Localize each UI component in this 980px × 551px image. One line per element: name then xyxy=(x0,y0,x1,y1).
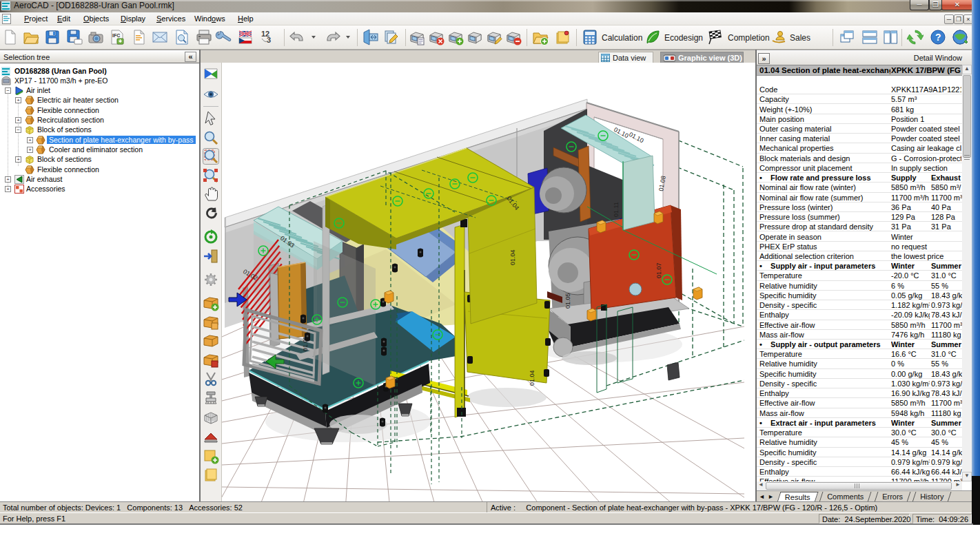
svg-text:01.05: 01.05 xyxy=(564,293,571,309)
svg-text:IFC: IFC xyxy=(112,33,120,38)
svg-text:?: ? xyxy=(935,32,941,43)
svg-text:01.07: 01.07 xyxy=(655,262,662,278)
svg-text:01.11: 01.11 xyxy=(613,202,620,217)
svg-text:3: 3 xyxy=(267,36,271,44)
svg-text:01.04: 01.04 xyxy=(509,249,516,265)
svg-text:01.04: 01.04 xyxy=(529,370,535,386)
